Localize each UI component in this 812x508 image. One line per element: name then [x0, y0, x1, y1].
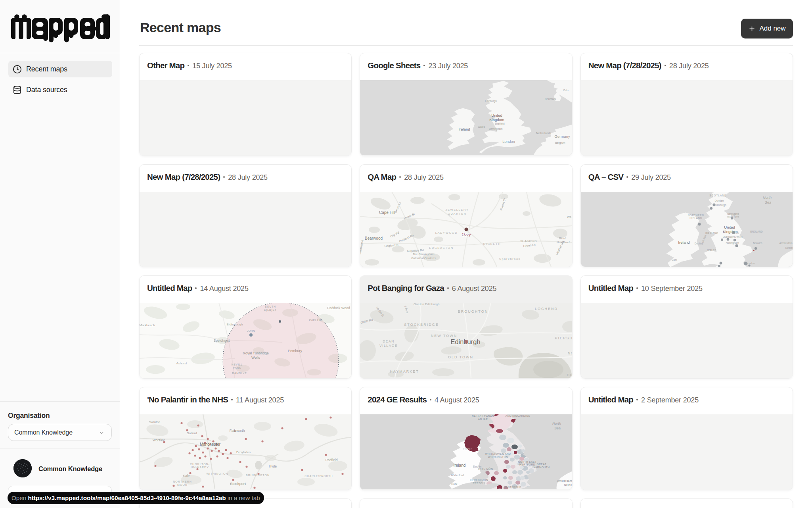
svg-text:Ozzy: Ozzy [462, 233, 471, 237]
svg-text:London: London [746, 262, 755, 265]
svg-text:NOI: NOI [568, 351, 572, 355]
svg-text:GREAT: GREAT [537, 463, 546, 466]
svg-text:WALES: WALES [707, 249, 716, 252]
svg-text:Droylsden: Droylsden [236, 450, 251, 454]
svg-text:CANTERBUR: CANTERBUR [504, 486, 522, 489]
svg-text:DIGBETH: DIGBETH [483, 242, 501, 246]
svg-text:NA H-EILEANAN: NA H-EILEANAN [472, 415, 494, 418]
svg-text:Norwich: Norwich [753, 242, 762, 244]
svg-text:PARK: PARK [233, 366, 241, 369]
svg-text:YARMOUTH: YARMOUTH [534, 466, 550, 469]
svg-text:North: North [552, 421, 561, 425]
svg-text:Sale: Sale [183, 474, 190, 478]
svg-text:Newcastle: Newcastle [727, 212, 739, 215]
svg-text:RAMSLYE: RAMSLYE [232, 372, 247, 375]
svg-text:United: United [724, 225, 735, 229]
svg-text:Garden Edinburgh: Garden Edinburgh [414, 303, 439, 306]
svg-text:.: . [751, 245, 752, 248]
svg-text:UM-HARDY: UM-HARDY [191, 466, 209, 469]
svg-text:Amsterdam: Amsterdam [779, 242, 792, 244]
svg-text:Kingdom: Kingdom [490, 117, 505, 122]
svg-text:WITHINGTON: WITHINGTON [207, 472, 228, 475]
svg-text:Failsworth: Failsworth [230, 429, 245, 433]
svg-text:Royal Tunbridge: Royal Tunbridge [243, 351, 269, 355]
svg-text:NORTHERN: NORTHERN [688, 214, 704, 217]
svg-text:WORKINGTON: WORKINGTON [488, 456, 508, 458]
svg-text:Wells: Wells [251, 356, 260, 360]
svg-text:Worsley: Worsley [153, 438, 165, 442]
svg-text:Denmark: Denmark [545, 98, 556, 100]
svg-text:AN IAR: AN IAR [478, 418, 488, 421]
svg-text:Paddock Wood: Paddock Wood [327, 306, 350, 310]
svg-text:DEAN: DEAN [383, 339, 395, 343]
svg-text:upon Tyne: upon Tyne [727, 215, 739, 218]
svg-text:Cork: Cork [672, 258, 677, 261]
svg-text:Netherla: Netherla [785, 246, 792, 249]
svg-text:Nottingham: Nottingham [726, 241, 739, 244]
svg-text:Speldhurst: Speldhurst [214, 339, 230, 343]
svg-text:IRELAND: IRELAND [689, 217, 702, 219]
svg-text:ENGLAND: ENGLAND [750, 230, 763, 233]
svg-text:WHITEHAVEN AND: WHITEHAVEN AND [485, 452, 511, 455]
svg-text:MOOR: MOOR [177, 483, 188, 486]
svg-text:Ashurst: Ashurst [176, 362, 187, 365]
svg-text:JEWELLERY: JEWELLERY [446, 208, 469, 212]
svg-text:Sea: Sea [554, 426, 561, 430]
svg-text:Bidborough: Bidborough [227, 323, 243, 326]
svg-text:Botanical Gardens: Botanical Gardens [411, 256, 436, 260]
svg-text:Liverpool: Liverpool [722, 235, 733, 239]
svg-text:Leeds: Leeds [732, 232, 739, 235]
svg-text:NORTH EAST: NORTH EAST [518, 460, 537, 463]
svg-text:Dublin: Dublin [473, 465, 482, 468]
svg-text:Wa: Wa [567, 215, 572, 219]
svg-text:Heartland: Heartland [557, 241, 570, 244]
svg-text:St. Andrew's: St. Andrew's [520, 239, 537, 243]
svg-text:Germany: Germany [555, 134, 570, 139]
svg-text:SCOTLAND: SCOTLAND [709, 194, 726, 197]
svg-text:Sheffield: Sheffield [732, 236, 743, 239]
svg-text:SOUTH: SOUTH [265, 305, 276, 308]
svg-text:Edinburgh: Edinburgh [714, 204, 726, 207]
svg-text:The Birmingham: The Birmingham [413, 252, 435, 256]
svg-text:Belgium: Belgium [555, 141, 565, 144]
svg-text:Cork: Cork [451, 483, 458, 485]
svg-text:NEW TOWN: NEW TOWN [431, 334, 458, 338]
svg-text:Edinburgh: Edinburgh [485, 100, 497, 103]
svg-text:Padfield: Padfield [326, 458, 338, 462]
svg-text:Stockport: Stockport [230, 481, 246, 486]
svg-text:Pembury: Pembury [288, 349, 303, 353]
svg-text:Swinton: Swinton [149, 420, 160, 424]
svg-text:Sea: Sea [765, 200, 771, 204]
svg-text:EDGBASTON: EDGBASTON [429, 246, 454, 250]
svg-text:PIERSHIL: PIERSHIL [555, 336, 572, 340]
svg-text:Ireland: Ireland [459, 127, 470, 131]
svg-text:CEREDIGION: CEREDIGION [470, 479, 488, 481]
svg-text:NORTHERN: NORTHERN [173, 480, 192, 483]
svg-text:Bearwood: Bearwood [365, 236, 383, 241]
svg-text:BRINNINGTON: BRINNINGTON [246, 474, 270, 477]
svg-text:Manchester: Manchester [200, 442, 221, 446]
svg-text:Oslo: Oslo [563, 89, 569, 92]
svg-text:BROUGHTON: BROUGHTON [458, 310, 488, 314]
svg-text:Waterford: Waterford [451, 474, 464, 477]
svg-text:HAYMARKET: HAYMARKET [390, 369, 419, 373]
svg-text:Dundee: Dundee [714, 199, 724, 202]
svg-text:HERTFORD: HERTFORD [519, 463, 535, 466]
svg-text:STOCKBRIDGE: STOCKBRIDGE [404, 323, 439, 327]
svg-text:North: North [763, 196, 772, 200]
svg-text:Markbeech: Markbeech [140, 323, 155, 327]
svg-text:FOYLE: FOYLE [463, 448, 473, 450]
svg-text:AND KINCARDINE: AND KINCARDINE [506, 414, 530, 417]
svg-text:Wales: Wales [478, 125, 485, 128]
svg-text:NEVILL: NEVILL [232, 363, 243, 366]
svg-text:Hyde: Hyde [269, 464, 277, 468]
svg-text:Nether: Nether [564, 483, 572, 486]
svg-text:United: United [492, 113, 502, 117]
svg-text:Birmingham: Birmingham [489, 127, 503, 131]
svg-text:LADYWOOD: LADYWOOD [435, 231, 458, 235]
svg-text:LOCHEND: LOCHEND [535, 307, 558, 311]
svg-text:Sparkbrook: Sparkbrook [499, 257, 521, 261]
svg-text:CHARLESWORTH: CHARLESWORTH [304, 475, 333, 477]
svg-text:Ireland: Ireland [678, 240, 689, 244]
svg-text:Salford: Salford [187, 431, 197, 435]
